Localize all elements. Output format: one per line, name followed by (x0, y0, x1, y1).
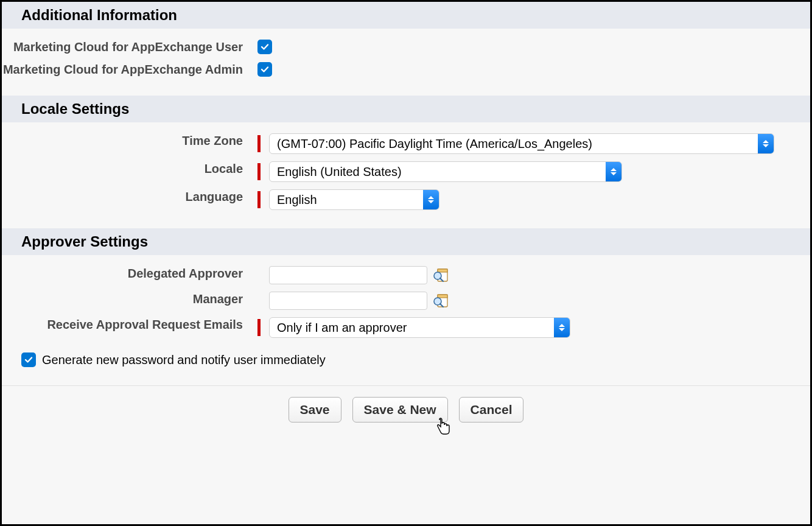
generate-password-checkbox[interactable] (21, 352, 36, 367)
timezone-label: Time Zone (2, 133, 251, 149)
lookup-icon[interactable] (432, 267, 449, 283)
section-header-approver: Approver Settings (2, 228, 810, 255)
svg-rect-5 (438, 295, 447, 298)
section-header-locale: Locale Settings (2, 96, 810, 122)
save-button[interactable]: Save (289, 397, 341, 423)
generate-password-label: Generate new password and notify user im… (42, 353, 326, 367)
required-indicator (257, 319, 261, 336)
required-indicator (257, 191, 261, 208)
manager-input[interactable] (269, 292, 427, 310)
language-label: Language (2, 189, 251, 205)
locale-value: English (United States) (277, 165, 600, 179)
lookup-icon[interactable] (432, 293, 449, 309)
receive-emails-select[interactable]: Only if I am an approver (269, 317, 570, 338)
mc-user-checkbox[interactable] (257, 40, 272, 54)
section-body-approver: Delegated Approver Manager (2, 255, 810, 346)
select-arrow-icon (423, 190, 439, 209)
timezone-value: (GMT-07:00) Pacific Daylight Time (Ameri… (277, 137, 752, 151)
generate-password-row: Generate new password and notify user im… (2, 346, 810, 385)
timezone-select[interactable]: (GMT-07:00) Pacific Daylight Time (Ameri… (269, 133, 774, 154)
section-header-additional: Additional Information (2, 2, 810, 29)
receive-emails-value: Only if I am an approver (277, 321, 548, 335)
user-edit-form: Additional Information Marketing Cloud f… (0, 0, 812, 526)
locale-select[interactable]: English (United States) (269, 161, 622, 182)
required-indicator (257, 163, 261, 180)
select-arrow-icon (758, 134, 774, 153)
mc-admin-label: Marketing Cloud for AppExchange Admin (2, 62, 251, 77)
manager-label: Manager (2, 292, 251, 307)
delegated-approver-input[interactable] (269, 266, 427, 284)
mc-user-label: Marketing Cloud for AppExchange User (2, 40, 251, 55)
language-value: English (277, 193, 417, 207)
select-arrow-icon (554, 318, 570, 337)
delegated-approver-label: Delegated Approver (2, 266, 251, 281)
mc-admin-checkbox[interactable] (257, 62, 272, 77)
receive-emails-label: Receive Approval Request Emails (2, 317, 251, 332)
button-bar: Save Save & New Cancel (2, 385, 810, 447)
section-body-additional: Marketing Cloud for AppExchange User Mar… (2, 29, 810, 96)
section-body-locale: Time Zone (GMT-07:00) Pacific Daylight T… (2, 122, 810, 228)
save-and-new-button[interactable]: Save & New (352, 397, 448, 423)
cancel-button[interactable]: Cancel (459, 397, 524, 423)
language-select[interactable]: English (269, 189, 439, 210)
required-indicator (257, 135, 261, 152)
locale-label: Locale (2, 161, 251, 177)
select-arrow-icon (606, 162, 621, 181)
svg-rect-1 (438, 269, 447, 272)
